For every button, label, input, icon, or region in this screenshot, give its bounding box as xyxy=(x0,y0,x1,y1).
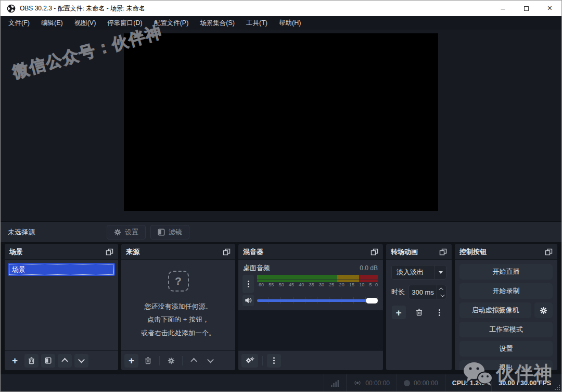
duration-label: 时长 xyxy=(391,287,405,297)
mixer-panel-title: 混音器 xyxy=(243,247,263,257)
obs-window: OBS 30.2.3 - 配置文件: 未命名 - 场景: 未命名 – × 文件(… xyxy=(0,0,562,392)
kebab-icon xyxy=(439,309,440,316)
duration-spinbox[interactable]: 300 ms xyxy=(408,285,446,299)
transition-properties-button[interactable] xyxy=(432,306,446,319)
preview-area xyxy=(1,30,561,221)
minimize-button[interactable]: – xyxy=(491,1,515,16)
maximize-button[interactable] xyxy=(515,1,538,16)
mixer-toolbar xyxy=(238,350,383,370)
cpu-usage: CPU: 1.2% xyxy=(445,374,492,391)
no-source-label: 未选择源 xyxy=(1,227,107,237)
menu-file[interactable]: 文件(F) xyxy=(3,16,35,30)
remove-transition-button[interactable] xyxy=(412,306,426,319)
record-timer: 00:00:00 xyxy=(397,374,445,391)
close-button[interactable]: × xyxy=(538,1,561,16)
popout-dock-icon[interactable] xyxy=(223,248,231,256)
sources-panel-title: 来源 xyxy=(126,247,139,257)
source-properties-button[interactable]: 设置 xyxy=(107,225,146,239)
scene-list-item[interactable]: 场景 xyxy=(8,263,115,276)
sources-empty-text: 点击下面的 + 按钮， xyxy=(147,313,209,326)
chevron-up-icon xyxy=(190,358,197,365)
plus-icon: + xyxy=(12,356,18,365)
mixer-menu-button[interactable] xyxy=(267,354,281,368)
toolbar-separator xyxy=(159,356,160,365)
transitions-panel-title: 转场动画 xyxy=(391,247,418,257)
menu-edit[interactable]: 编辑(E) xyxy=(35,16,69,30)
settings-button[interactable]: 设置 xyxy=(459,341,553,357)
selected-source-toolbar: 未选择源 设置 滤镜 xyxy=(1,221,561,242)
stream-time: 00:00:00 xyxy=(365,380,390,387)
source-move-up-button[interactable] xyxy=(187,354,201,368)
source-move-down-button[interactable] xyxy=(203,354,218,368)
toolbar-separator xyxy=(262,356,263,365)
add-scene-button[interactable]: + xyxy=(8,354,22,368)
transition-select[interactable]: 淡入淡出 xyxy=(391,265,446,280)
start-streaming-button[interactable]: 开始直播 xyxy=(459,264,553,280)
source-properties-button[interactable] xyxy=(164,354,178,368)
gear-icon xyxy=(168,357,175,364)
broadcast-icon xyxy=(353,380,362,386)
popout-dock-icon[interactable] xyxy=(371,248,378,256)
transitions-body: 淡入淡出 时长 300 ms + xyxy=(386,260,452,370)
kebab-icon xyxy=(273,357,275,364)
select-arrow[interactable] xyxy=(435,265,446,279)
advanced-audio-properties-button[interactable] xyxy=(241,354,258,368)
scenes-panel-header: 场景 xyxy=(5,244,118,260)
add-transition-button[interactable]: + xyxy=(392,306,406,319)
record-time: 00:00:00 xyxy=(414,380,438,387)
controls-body: 开始直播 开始录制 启动虚拟摄像机 工作室模式 设置 退出 xyxy=(455,260,557,370)
menu-help[interactable]: 帮助(H) xyxy=(273,16,306,30)
resize-grip[interactable] xyxy=(555,385,560,390)
chevron-down-icon xyxy=(207,357,214,363)
mixer-panel-header: 混音器 xyxy=(238,244,383,260)
popout-dock-icon[interactable] xyxy=(545,248,553,256)
mixer-empty-area xyxy=(238,310,383,350)
mixer-body: 桌面音频 0.0 dB -60-55-50-45-40-35-30-25-20-… xyxy=(238,260,383,350)
spin-up-button[interactable] xyxy=(437,285,446,292)
preview-canvas[interactable] xyxy=(124,33,438,211)
spin-down-button[interactable] xyxy=(437,292,446,299)
menu-docks[interactable]: 停靠窗口(D) xyxy=(101,16,148,30)
start-recording-button[interactable]: 开始录制 xyxy=(459,283,553,299)
controls-panel: 控制按钮 开始直播 开始录制 启动虚拟摄像机 工作室模式 设置 退出 xyxy=(455,244,557,370)
connection-status xyxy=(324,374,346,391)
toolbar-separator xyxy=(182,356,183,365)
scene-move-up-button[interactable] xyxy=(58,354,72,368)
sources-toolbar: + xyxy=(121,350,235,370)
scene-move-down-button[interactable] xyxy=(74,354,88,368)
source-filters-button[interactable]: 滤镜 xyxy=(150,225,189,239)
scene-list[interactable]: 场景 xyxy=(5,260,118,350)
mute-button[interactable] xyxy=(242,295,254,306)
menu-view[interactable]: 视图(V) xyxy=(69,16,102,30)
signal-bars-icon xyxy=(331,380,339,387)
menu-scene-collection[interactable]: 场景集合(S) xyxy=(194,16,240,30)
audio-source-menu-button[interactable] xyxy=(242,275,254,293)
add-source-button[interactable]: + xyxy=(124,354,138,368)
exit-button[interactable]: 退出 xyxy=(459,360,553,370)
titlebar: OBS 30.2.3 - 配置文件: 未命名 - 场景: 未命名 – × xyxy=(1,1,561,16)
dock-panels: 场景 场景 + xyxy=(1,242,561,374)
volume-slider[interactable] xyxy=(257,295,378,306)
obs-logo-icon xyxy=(7,4,16,13)
filter-icon xyxy=(158,229,165,236)
slider-handle[interactable] xyxy=(366,298,378,304)
popout-dock-icon[interactable] xyxy=(106,248,113,256)
controls-panel-header: 控制按钮 xyxy=(455,244,557,260)
menu-tools[interactable]: 工具(T) xyxy=(240,16,273,30)
chevron-up-icon xyxy=(439,287,443,292)
menu-profile[interactable]: 配置文件(P) xyxy=(148,16,195,30)
transitions-panel: 转场动画 淡入淡出 时长 300 ms xyxy=(386,244,452,370)
scene-filters-button[interactable] xyxy=(41,354,55,368)
source-list-empty-area[interactable]: ? 您还没有添加任何源。 点击下面的 + 按钮， 或者右击此处添加一个。 xyxy=(121,260,235,350)
remove-source-button[interactable] xyxy=(141,354,155,368)
sources-panel-header: 来源 xyxy=(121,244,235,260)
maximize-icon xyxy=(524,6,529,11)
trash-icon xyxy=(145,357,151,364)
record-icon xyxy=(404,380,410,386)
start-virtual-camera-button[interactable]: 启动虚拟摄像机 xyxy=(459,302,531,318)
studio-mode-button[interactable]: 工作室模式 xyxy=(459,322,553,337)
chevron-down-icon xyxy=(78,357,85,363)
popout-dock-icon[interactable] xyxy=(439,248,447,256)
virtual-camera-config-button[interactable] xyxy=(534,302,553,318)
remove-scene-button[interactable] xyxy=(24,354,39,368)
